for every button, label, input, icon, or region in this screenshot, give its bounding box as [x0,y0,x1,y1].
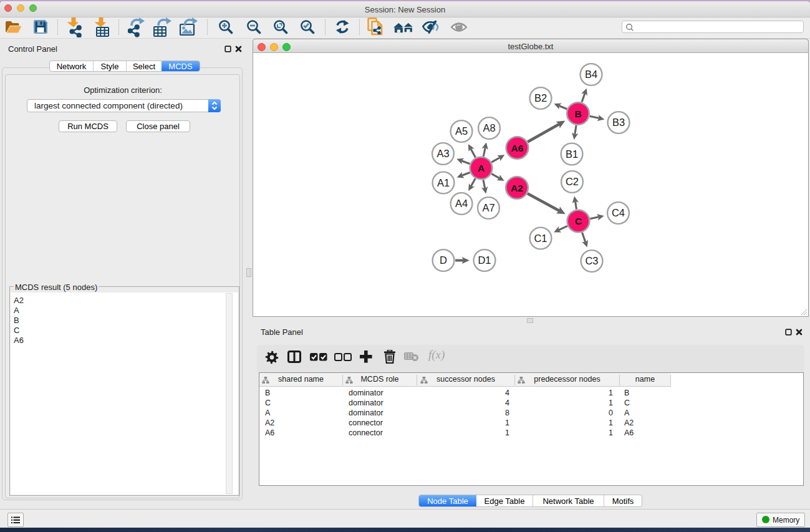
svg-text:A6: A6 [511,143,524,153]
svg-text:B4: B4 [585,69,597,80]
svg-text:B1: B1 [566,148,578,160]
svg-text:A3: A3 [436,148,449,159]
svg-text:B: B [574,109,581,119]
svg-text:A: A [478,163,485,173]
svg-text:A8: A8 [483,122,495,133]
svg-text:C3: C3 [585,255,598,266]
svg-text:A7: A7 [482,202,494,213]
svg-text:C1: C1 [534,233,547,244]
svg-text:A4: A4 [455,198,468,209]
svg-text:A5: A5 [455,125,468,137]
svg-text:C2: C2 [566,176,579,187]
svg-text:A1: A1 [437,177,450,188]
svg-text:C4: C4 [612,207,625,218]
svg-text:B3: B3 [612,117,625,128]
svg-text:B2: B2 [534,92,547,104]
svg-text:D1: D1 [478,254,491,266]
svg-text:D: D [440,254,447,266]
svg-text:A2: A2 [511,183,523,193]
svg-text:C: C [575,216,582,226]
